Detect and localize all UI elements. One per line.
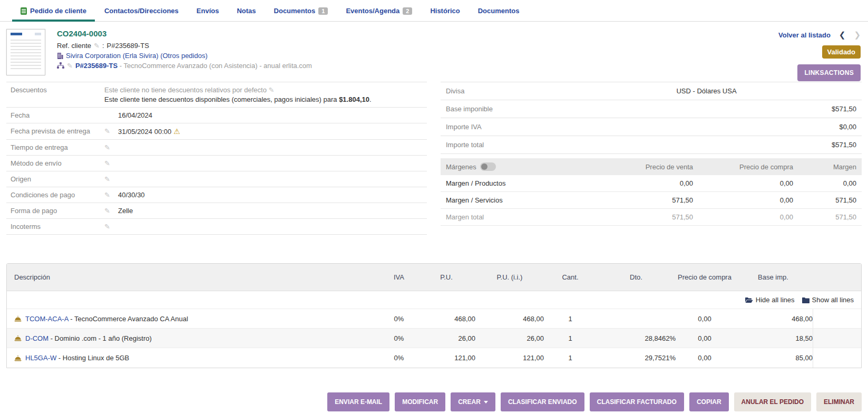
document-thumbnail[interactable]	[6, 29, 45, 75]
line-unit-price-incl: 121,00	[475, 354, 544, 362]
action-button-label: ELIMINAR	[824, 398, 854, 406]
service-bell-icon	[14, 315, 22, 322]
product-label: - TecnoCommerce Avanzado CA Anual	[69, 315, 188, 323]
action-button[interactable]: COPIAR	[689, 392, 729, 411]
hide-all-lines-label: Hide all lines	[756, 296, 795, 304]
order-banner: CO2404-0003 Ref. cliente ✎ : P#235689-TS…	[0, 22, 868, 81]
field-row: Fecha prevista de entrega ✎ 31/05/2024 0…	[6, 123, 427, 140]
action-button[interactable]: CLASIFICAR FACTURADO	[590, 392, 684, 411]
edit-icon[interactable]: ✎	[104, 127, 110, 135]
line-unit-price: 121,00	[417, 354, 475, 362]
tab[interactable]: Eventos/Agenda 2	[337, 2, 421, 21]
margins-toggle[interactable]	[480, 162, 496, 171]
amount-row: Divisa USD - Dólares USA	[441, 82, 862, 100]
amount-row: Importe IVA $0,00	[441, 118, 862, 136]
chevron-left-icon[interactable]: ❮	[839, 30, 846, 40]
line-unit-price-incl: 468,00	[475, 315, 544, 323]
product-label: - Hosting Linux de 5GB	[56, 354, 129, 362]
product-ref-link[interactable]: HL5GA-W	[25, 354, 56, 362]
project-ref-link[interactable]: P#235689-TS	[75, 62, 118, 70]
tab[interactable]: Notas	[228, 2, 265, 21]
lines-column-header: Descripción	[7, 273, 381, 281]
edit-icon[interactable]: ✎	[104, 191, 110, 199]
product-ref-link[interactable]: D-COM	[25, 334, 48, 342]
tab-label: Notas	[237, 7, 256, 15]
folder-closed-icon	[802, 297, 810, 303]
lines-column-header: Dto.	[597, 273, 676, 281]
edit-icon[interactable]: ✎	[94, 42, 100, 50]
order-lines-table: DescripciónIVAP.U.P.U. (i.i.)Cant.Dto.Pr…	[6, 263, 862, 368]
discounts-line1: Este cliente no tiene descuentos relativ…	[104, 86, 427, 94]
field-label: Condiciones de pago	[11, 191, 104, 199]
tab-count-badge: 1	[318, 7, 328, 15]
tab[interactable]: Documentos	[469, 2, 529, 21]
action-button[interactable]: ENVIAR E-MAIL	[327, 392, 389, 411]
back-to-list-link[interactable]: Volver al listado	[778, 31, 831, 39]
action-button[interactable]: CREAR	[451, 392, 495, 411]
edit-icon[interactable]: ✎	[104, 175, 110, 183]
line-qty: 1	[544, 334, 597, 342]
margin-sale-price: 571,50	[582, 213, 693, 221]
folder-open-icon	[745, 297, 753, 303]
edit-icon[interactable]: ✎	[268, 86, 274, 94]
tab-label: Contactos/Direcciones	[104, 7, 179, 15]
chevron-right-icon[interactable]: ❯	[854, 30, 861, 40]
tab[interactable]: Envíos	[188, 2, 228, 21]
field-label: Descuentos	[11, 86, 104, 94]
action-button-label: MODIFICAR	[402, 398, 438, 406]
show-all-lines[interactable]: Show all lines	[802, 296, 854, 304]
order-line-row: D-COM - Dominio .com - 1 año (Registro) …	[7, 329, 861, 348]
warning-icon: ⚠	[173, 127, 180, 136]
thirdparty-link[interactable]: Sivira Corporation (Erla Sivira)	[66, 52, 159, 60]
field-row: Método de envío ✎	[6, 156, 427, 171]
line-unit-price: 468,00	[417, 315, 475, 323]
order-document-icon	[21, 7, 27, 15]
margin-value: 0,00	[793, 179, 856, 187]
banner-info: CO2404-0003 Ref. cliente ✎ : P#235689-TS…	[57, 29, 312, 75]
hide-all-lines[interactable]: Hide all lines	[745, 296, 795, 304]
action-button-label: CREAR	[458, 398, 481, 406]
field-row: Incoterms ✎	[6, 219, 427, 235]
margin-row-label: Margen total	[446, 213, 582, 221]
action-button[interactable]: ELIMINAR	[816, 392, 862, 411]
field-label: Método de envío	[11, 159, 104, 167]
company-icon	[57, 52, 63, 59]
margin-row: Margen total 571,50 0,00 571,50	[441, 209, 862, 226]
action-button-label: ENVIAR E-MAIL	[335, 398, 382, 406]
tab-label: Histórico	[430, 7, 460, 15]
margins-table: Márgenes Precio de venta Precio de compr…	[441, 158, 862, 226]
links-actions-button[interactable]: LINKSACTIONS	[797, 64, 861, 81]
order-line-row: HL5GA-W - Hosting Linux de 5GB 0% 121,00…	[7, 348, 861, 368]
lines-column-header: P.U.	[417, 273, 475, 281]
edit-icon[interactable]: ✎	[67, 62, 73, 70]
tab-count-badge: 2	[403, 7, 412, 15]
tab[interactable]: Contactos/Direcciones	[95, 2, 188, 21]
product-ref-link[interactable]: TCOM-ACA-A	[25, 315, 69, 323]
margin-value: 571,50	[793, 213, 856, 221]
margins-col-buy: Precio de compra	[693, 163, 793, 171]
action-button[interactable]: ANULAR EL PEDIDO	[734, 392, 811, 411]
amount-label: Importe total	[446, 141, 557, 149]
edit-icon[interactable]: ✎	[104, 159, 110, 167]
tab-bar: Pedido de cliente Contactos/Direcciones …	[0, 0, 868, 22]
line-discount: 29,7521%	[597, 354, 676, 362]
action-button[interactable]: CLASIFICAR ENVIADO	[501, 392, 584, 411]
edit-icon[interactable]: ✎	[104, 207, 110, 215]
tab[interactable]: Documentos 1	[265, 2, 337, 21]
tab[interactable]: Histórico	[421, 2, 469, 21]
edit-icon[interactable]: ✎	[104, 223, 110, 230]
lines-column-header: Precio de compra	[676, 273, 734, 281]
service-bell-icon	[14, 355, 22, 361]
tab[interactable]: Pedido de cliente	[12, 2, 95, 21]
field-row: Tiempo de entrega ✎	[6, 140, 427, 156]
amount-label: Importe IVA	[446, 123, 557, 131]
line-base-amount: 468,00	[734, 315, 813, 323]
action-buttons-bar: ENVIAR E-MAIL MODIFICAR CREAR CLASIFICAR…	[0, 392, 862, 411]
margin-row: Margen / Productos 0,00 0,00 0,00	[441, 175, 862, 192]
margin-buy-price: 0,00	[693, 179, 793, 187]
other-orders-link[interactable]: (Otros pedidos)	[159, 52, 208, 60]
lines-actions-header	[813, 264, 861, 291]
margin-buy-price: 0,00	[693, 213, 793, 221]
edit-icon[interactable]: ✎	[104, 143, 110, 151]
action-button[interactable]: MODIFICAR	[395, 392, 445, 411]
